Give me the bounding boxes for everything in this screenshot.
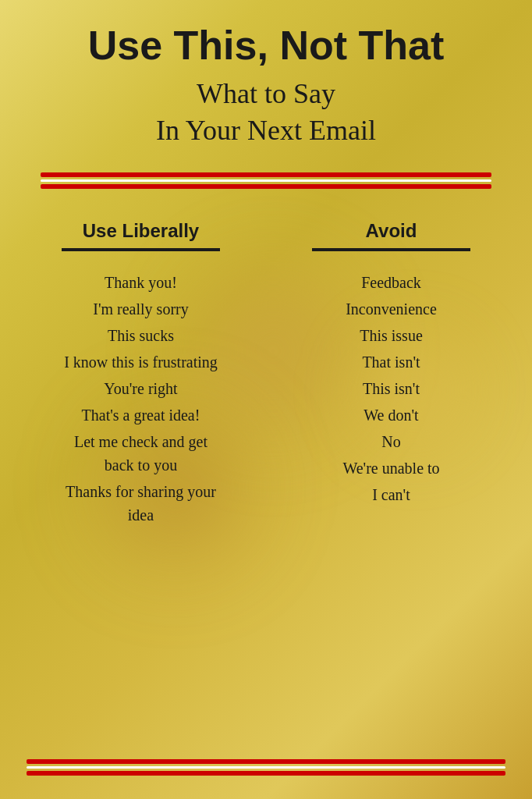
avoid-items: Feedback Inconvenience This issue That i… (342, 271, 439, 506)
list-item: This issue (360, 324, 423, 347)
list-item: That isn't (362, 350, 420, 374)
list-item: Thanks for sharing youridea (66, 480, 216, 527)
avoid-column: Avoid Feedback Inconvenience This issue … (278, 220, 504, 527)
list-item: This isn't (363, 377, 420, 400)
bottom-divider-line-3 (27, 771, 505, 776)
top-divider (41, 172, 491, 189)
use-liberally-underline (62, 248, 219, 251)
use-liberally-header: Use Liberally (83, 220, 199, 242)
list-item: This sucks (108, 324, 174, 347)
list-item: We're unable to (342, 456, 439, 480)
list-item: I can't (372, 483, 410, 506)
main-content: Use This, Not That What to Say In Your N… (0, 0, 532, 542)
two-columns: Use Liberally Thank you! I'm really sorr… (16, 220, 516, 527)
bottom-divider-line-1 (27, 759, 505, 764)
use-liberally-column: Use Liberally Thank you! I'm really sorr… (28, 220, 254, 527)
main-title: Use This, Not That (88, 23, 444, 68)
list-item: Let me check and getback to you (74, 430, 207, 477)
list-item: Thank you! (105, 271, 177, 294)
divider-line-2 (41, 179, 491, 182)
subtitle-line1: What to Say (156, 76, 376, 112)
list-item: I know this is frustrating (64, 350, 218, 374)
avoid-header: Avoid (366, 220, 417, 242)
divider-line-3 (41, 184, 491, 189)
list-item: Feedback (361, 271, 421, 294)
bottom-divider (27, 759, 505, 776)
bottom-divider-lines (27, 759, 505, 776)
list-item: Inconvenience (346, 297, 437, 321)
top-divider-lines (41, 172, 491, 189)
list-item: No (381, 430, 400, 453)
divider-line-1 (41, 172, 491, 177)
avoid-underline (312, 248, 470, 251)
use-liberally-items: Thank you! I'm really sorry This sucks I… (64, 271, 218, 527)
list-item: You're right (104, 377, 177, 400)
subtitle-line2: In Your Next Email (156, 112, 376, 149)
list-item: I'm really sorry (93, 297, 188, 321)
background: Use This, Not That What to Say In Your N… (0, 0, 532, 799)
list-item: We don't (364, 403, 418, 427)
bottom-divider-line-2 (27, 766, 505, 769)
list-item: That's a great idea! (82, 403, 200, 427)
subtitle: What to Say In Your Next Email (156, 76, 376, 149)
